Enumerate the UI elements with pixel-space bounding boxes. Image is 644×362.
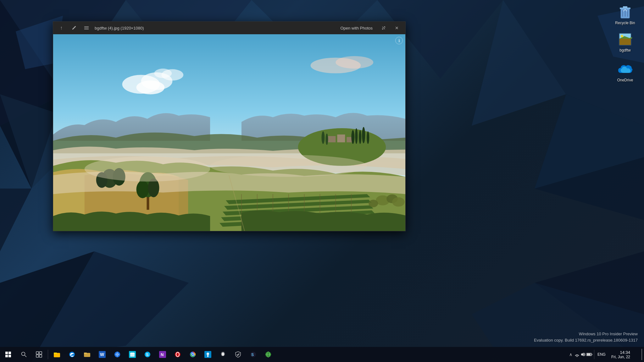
taskbar-task-view-btn[interactable] <box>31 347 47 362</box>
photo-canvas: ℹ <box>53 34 405 231</box>
svg-line-74 <box>25 355 27 357</box>
svg-rect-78 <box>39 355 42 357</box>
taskbar-store-icon[interactable] <box>125 347 140 362</box>
svg-rect-77 <box>36 355 39 357</box>
recycle-bin-label: Recycle Bin <box>615 21 635 26</box>
sys-tray: ∧ <box>568 347 644 362</box>
viewer-close-btn[interactable]: ✕ <box>392 23 402 33</box>
sys-tray-chevron[interactable]: ∧ <box>568 351 574 358</box>
taskbar-steam-icon[interactable]: S <box>246 347 261 362</box>
show-desktop-btn[interactable] <box>634 347 644 362</box>
bgdftw-icon <box>618 32 633 47</box>
taskbar-onenote-icon[interactable]: N <box>155 347 170 362</box>
svg-point-99 <box>192 354 194 355</box>
taskbar-file-explorer-icon[interactable] <box>49 347 64 362</box>
taskbar-chrome-icon[interactable] <box>185 347 200 362</box>
taskbar-search-icon[interactable] <box>16 347 31 362</box>
onedrive-label: OneDrive <box>617 78 633 83</box>
desktop-icon-recycle-bin[interactable]: Recycle Bin <box>613 3 638 28</box>
svg-rect-30 <box>84 26 89 27</box>
tray-separator <box>594 350 594 359</box>
desktop-icon-bgdftw[interactable]: bgdftw <box>613 30 638 55</box>
svg-rect-27 <box>619 39 631 45</box>
svg-rect-114 <box>591 354 592 355</box>
svg-point-65 <box>210 155 367 177</box>
viewer-menu-btn[interactable] <box>82 24 91 32</box>
svg-point-70 <box>154 69 172 78</box>
clock-date: Fri, Jun, 22 <box>611 355 630 359</box>
viewer-edit-btn[interactable] <box>69 24 78 32</box>
taskbar-folder-icon[interactable] <box>80 347 95 362</box>
svg-point-43 <box>362 127 365 143</box>
sys-tray-volume-icon[interactable] <box>580 351 586 358</box>
svg-point-41 <box>355 128 358 144</box>
desktop: Recycle Bin bgdftw OneDrive <box>0 0 644 362</box>
taskbar-separator-1 <box>48 350 48 359</box>
svg-rect-31 <box>84 28 89 28</box>
svg-text:N: N <box>161 352 164 357</box>
start-button[interactable] <box>0 347 16 362</box>
viewer-open-photos-btn[interactable]: Open with Photos <box>338 25 375 32</box>
svg-point-42 <box>359 130 361 144</box>
svg-rect-36 <box>337 134 345 142</box>
taskbar-paint-icon[interactable] <box>200 347 215 362</box>
svg-rect-32 <box>84 29 89 30</box>
onedrive-icon <box>618 62 633 77</box>
clock-display[interactable]: 14:34 Fri, Jun, 22 <box>608 347 634 362</box>
evaluation-watermark: Windows 10 Pro Insider Preview Evaluatio… <box>534 331 638 343</box>
taskbar-edge-icon[interactable] <box>64 347 80 362</box>
svg-point-39 <box>325 134 328 145</box>
svg-point-44 <box>367 131 369 144</box>
taskbar-skype-icon[interactable]: S <box>140 347 155 362</box>
taskbar-ie-icon[interactable] <box>110 347 125 362</box>
viewer-maximize-btn[interactable] <box>379 23 388 33</box>
svg-marker-5 <box>0 189 31 251</box>
viewer-title: bgdftw (4).jpg (1920×1080) <box>95 26 334 30</box>
taskbar-opera-icon[interactable] <box>170 347 185 362</box>
info-icon-btn[interactable]: ℹ <box>395 37 403 44</box>
svg-rect-21 <box>623 6 627 8</box>
taskbar-word-icon[interactable]: W <box>95 347 110 362</box>
svg-rect-75 <box>36 352 39 354</box>
svg-rect-76 <box>39 352 42 354</box>
bgdftw-label: bgdftw <box>619 48 630 53</box>
svg-point-64 <box>85 156 210 182</box>
taskbar-settings-icon[interactable] <box>215 347 230 362</box>
svg-point-73 <box>22 352 25 356</box>
photo-viewer-titlebar: ↑ bgdftw (4).jpg (1920×1080) Open with P… <box>53 22 405 34</box>
photo-viewer-window: ↑ bgdftw (4).jpg (1920×1080) Open with P… <box>53 21 406 231</box>
sys-tray-battery-icon[interactable] <box>586 351 593 358</box>
svg-rect-102 <box>207 355 208 357</box>
svg-marker-112 <box>581 353 584 356</box>
svg-rect-83 <box>84 353 87 354</box>
svg-point-38 <box>321 131 325 144</box>
taskbar-globe-icon[interactable] <box>261 347 276 362</box>
viewer-rotate-btn[interactable]: ↑ <box>57 24 66 32</box>
svg-rect-90 <box>130 354 135 357</box>
language-indicator[interactable]: ENG <box>596 352 608 357</box>
svg-point-111 <box>576 356 577 357</box>
eval-line1: Windows 10 Pro Insider Preview <box>534 331 638 337</box>
recycle-bin-icon <box>618 4 633 19</box>
svg-point-101 <box>207 353 209 355</box>
svg-text:S: S <box>146 352 149 357</box>
svg-point-62 <box>392 197 405 207</box>
sys-tray-network-icon[interactable] <box>574 351 580 358</box>
svg-point-72 <box>336 56 373 69</box>
svg-text:W: W <box>100 352 104 357</box>
svg-rect-80 <box>54 353 57 354</box>
start-grid-icon <box>5 352 11 357</box>
svg-point-63 <box>369 200 378 207</box>
clock-time: 14:34 <box>620 350 630 355</box>
taskbar: W S N <box>0 347 644 362</box>
svg-rect-115 <box>587 354 591 355</box>
eval-line2: Evaluation copy. Build 17692.rs_prerelea… <box>534 337 638 343</box>
desktop-icon-onedrive[interactable]: OneDrive <box>613 60 638 85</box>
taskbar-security-icon[interactable] <box>230 347 246 362</box>
svg-text:S: S <box>251 353 254 357</box>
svg-point-29 <box>621 35 623 37</box>
svg-point-68 <box>136 80 165 94</box>
svg-point-40 <box>351 130 354 144</box>
svg-point-58 <box>136 181 149 198</box>
